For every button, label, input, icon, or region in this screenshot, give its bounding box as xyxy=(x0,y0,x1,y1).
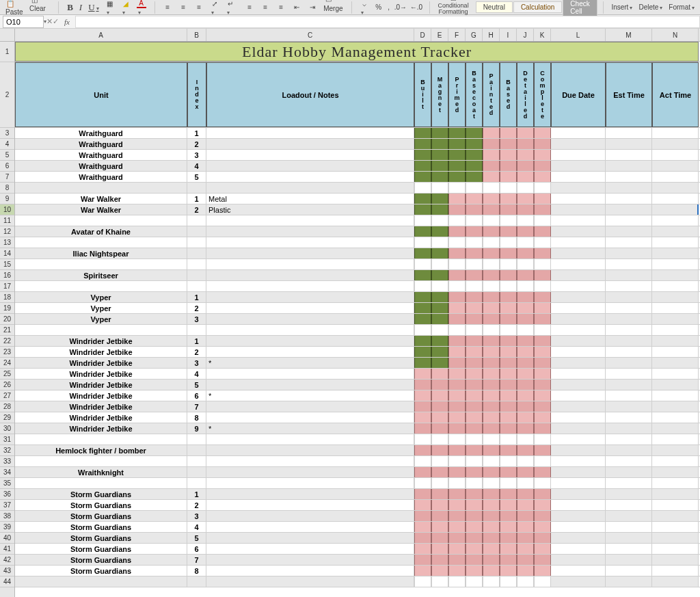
cell-status-7[interactable] xyxy=(534,566,551,576)
cell-empty[interactable] xyxy=(414,183,431,193)
cell-status-4[interactable] xyxy=(483,347,500,357)
cell-empty[interactable] xyxy=(517,576,534,587)
cell-unit[interactable]: Windrider Jetbike xyxy=(15,401,187,412)
cell-status-5[interactable] xyxy=(500,204,517,215)
cell-unit[interactable]: Windrider Jetbike xyxy=(15,347,187,357)
align-left-button[interactable]: ≡ xyxy=(242,1,257,14)
cell-empty[interactable] xyxy=(652,434,699,445)
cell-empty[interactable] xyxy=(431,576,448,587)
table-row[interactable] xyxy=(15,183,700,194)
cell-status-5[interactable] xyxy=(500,555,517,565)
cell-l[interactable] xyxy=(551,226,606,237)
cell-status-3[interactable] xyxy=(466,336,483,346)
cell-status-0[interactable] xyxy=(414,270,431,280)
cell-status-3[interactable] xyxy=(466,358,483,368)
cell-status-2[interactable] xyxy=(448,445,466,455)
cell-status-4[interactable] xyxy=(483,270,500,280)
row-header-41[interactable]: 41 xyxy=(0,544,14,555)
cell-empty[interactable] xyxy=(652,215,699,226)
cell-notes[interactable] xyxy=(206,336,414,346)
cell-status-6[interactable] xyxy=(517,270,534,280)
row-header-7[interactable]: 7 xyxy=(0,172,14,183)
column-header-N[interactable]: N xyxy=(652,29,699,41)
cell-status-5[interactable] xyxy=(500,248,517,258)
cell-index[interactable]: 1 xyxy=(187,292,206,302)
cell-status-1[interactable] xyxy=(431,194,448,204)
cell-empty[interactable] xyxy=(466,281,483,291)
cell-status-2[interactable] xyxy=(448,412,466,423)
cell-empty[interactable] xyxy=(500,434,517,445)
align-bottom-button[interactable]: ≡ xyxy=(191,1,206,14)
cell-notes[interactable]: * xyxy=(206,423,414,434)
increase-indent-button[interactable]: ⇥ xyxy=(305,1,320,14)
cell-n[interactable] xyxy=(652,500,699,510)
row-header-22[interactable]: 22 xyxy=(0,336,14,347)
cell-m[interactable] xyxy=(606,194,652,204)
table-row[interactable]: Wraithguard3 xyxy=(15,150,700,161)
cell-m[interactable] xyxy=(606,336,652,346)
cell-empty[interactable] xyxy=(15,325,187,335)
cell-notes[interactable] xyxy=(206,139,414,149)
cell-l[interactable] xyxy=(551,401,606,412)
cell-status-7[interactable] xyxy=(534,555,551,565)
cell-status-0[interactable] xyxy=(414,204,431,215)
cell-empty[interactable] xyxy=(483,237,500,248)
cell-status-2[interactable] xyxy=(448,172,466,182)
cell-style-calculation[interactable]: Calculation xyxy=(513,1,562,13)
cell-status-5[interactable] xyxy=(500,380,517,390)
cell-m[interactable] xyxy=(606,555,652,565)
cell-notes[interactable] xyxy=(206,226,414,237)
cell-m[interactable] xyxy=(606,489,652,499)
cell-status-0[interactable] xyxy=(414,445,431,455)
cell-status-0[interactable] xyxy=(414,544,431,554)
cell-status-2[interactable] xyxy=(448,467,466,477)
cell-status-0[interactable] xyxy=(414,194,431,204)
cell-unit[interactable]: Storm Guardians xyxy=(15,489,187,499)
cell-m[interactable] xyxy=(606,161,652,171)
column-header-M[interactable]: M xyxy=(606,29,652,41)
cell-status-7[interactable] xyxy=(534,226,551,237)
cell-status-3[interactable] xyxy=(466,500,483,510)
cell-status-0[interactable] xyxy=(414,358,431,368)
cell-status-7[interactable] xyxy=(534,336,551,346)
cell-status-0[interactable] xyxy=(414,423,431,434)
cell-status-1[interactable] xyxy=(431,467,448,477)
cell-status-6[interactable] xyxy=(517,467,534,477)
cell-index[interactable]: 4 xyxy=(187,369,206,379)
cell-status-1[interactable] xyxy=(431,445,448,455)
row-header-24[interactable]: 24 xyxy=(0,358,14,369)
row-header-5[interactable]: 5 xyxy=(0,150,14,161)
cell-status-1[interactable] xyxy=(431,522,448,532)
cell-empty[interactable] xyxy=(15,183,187,193)
cell-empty[interactable] xyxy=(15,576,187,587)
cell-unit[interactable]: Iliac Nightspear xyxy=(15,248,187,258)
cell-status-4[interactable] xyxy=(483,139,500,149)
cell-status-0[interactable] xyxy=(414,401,431,412)
cell-notes[interactable] xyxy=(206,380,414,390)
wrap-text-button[interactable]: ↵ xyxy=(223,0,238,17)
cell-m[interactable] xyxy=(606,533,652,543)
cell-empty[interactable] xyxy=(414,215,431,226)
cell-empty[interactable] xyxy=(517,325,534,335)
cell-status-7[interactable] xyxy=(534,314,551,324)
cell-index[interactable]: 1 xyxy=(187,194,206,204)
cell-status-4[interactable] xyxy=(483,555,500,565)
cell-empty[interactable] xyxy=(187,456,206,466)
cell-l[interactable] xyxy=(551,445,606,455)
cell-index[interactable] xyxy=(187,248,206,258)
cell-l[interactable] xyxy=(551,566,606,576)
table-row[interactable]: Windrider Jetbike9* xyxy=(15,423,700,434)
cell-index[interactable]: 3 xyxy=(187,511,206,521)
cell-status-1[interactable] xyxy=(431,555,448,565)
cell-index[interactable]: 1 xyxy=(187,128,206,138)
cell-empty[interactable] xyxy=(500,215,517,226)
cell-status-1[interactable] xyxy=(431,380,448,390)
cell-empty[interactable] xyxy=(448,434,466,445)
cell-status-7[interactable] xyxy=(534,423,551,434)
cell-status-7[interactable] xyxy=(534,489,551,499)
cell-l[interactable] xyxy=(551,172,606,182)
cell-empty[interactable] xyxy=(606,576,652,587)
cell-status-0[interactable] xyxy=(414,522,431,532)
cell-l[interactable] xyxy=(551,336,606,346)
cell-status-6[interactable] xyxy=(517,172,534,182)
